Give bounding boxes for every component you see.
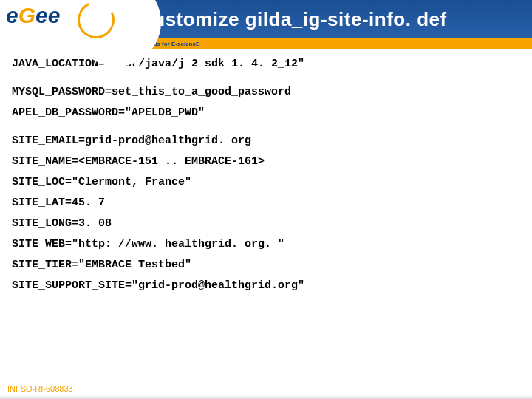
slide-header: Customize gilda_ig-site-info. def Enabli… [0,0,532,46]
slide-content: JAVA_LOCATION="/usr/java/j 2 sdk 1. 4. 2… [0,46,532,292]
config-line: SITE_WEB="http: //www. healthgrid. org. … [12,238,520,250]
config-line: SITE_LOC="Clermont, France" [12,176,520,188]
logo-area: eGee [0,0,115,46]
egee-logo: eGee [6,3,60,28]
config-line: SITE_LONG=3. 08 [12,217,520,230]
config-line: SITE_TIER="EMBRACE Testbed" [12,259,520,271]
logo-letter-e: e [48,3,61,27]
config-line: APEL_DB_PASSWORD="APELDB_PWD" [12,106,520,119]
logo-spinner-icon [72,0,120,44]
config-line: SITE_LAT=45. 7 [12,197,520,209]
config-line: MYSQL_PASSWORD=set_this_to_a_good_passwo… [12,86,520,98]
logo-letter-e: e [6,3,18,27]
config-line: SITE_NAME=<EMBRACE-151 .. EMBRACE-161> [12,155,520,168]
config-line: SITE_SUPPORT_SITE="grid-prod@healthgrid.… [12,279,520,292]
subtitle-bar: Enabling Grids for E-sciencE [103,38,532,49]
config-line: SITE_EMAIL=grid-prod@healthgrid. org [12,134,520,147]
logo-letter-g: G [18,3,35,27]
footer-id: INFSO-RI-508833 [7,384,73,393]
logo-letter-e: e [35,3,48,27]
slide-title: Customize gilda_ig-site-info. def [139,8,447,31]
title-bar: Customize gilda_ig-site-info. def [103,0,532,38]
config-line: JAVA_LOCATION="/usr/java/j 2 sdk 1. 4. 2… [12,58,520,70]
bottom-shadow [0,395,532,399]
